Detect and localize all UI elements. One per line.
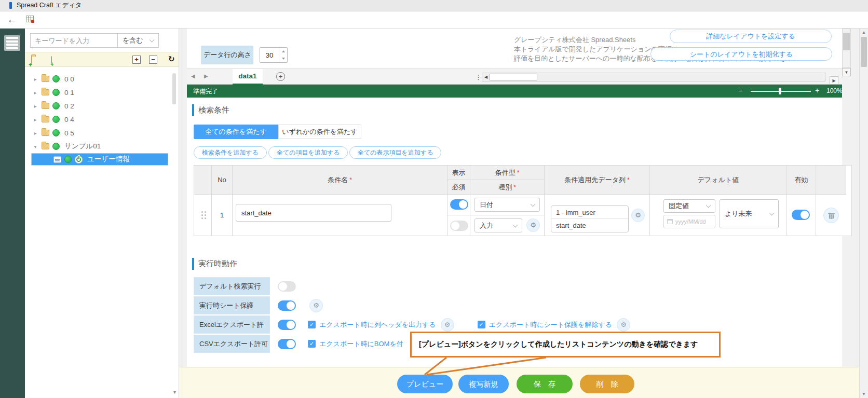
page-scrollbar[interactable]: ▲ ▼ <box>859 29 868 398</box>
match-any-button[interactable]: いずれかの条件を満たす <box>278 125 361 139</box>
excel-header-checkbox[interactable]: ✓ <box>308 321 316 328</box>
delete-button[interactable]: 削 除 <box>580 375 634 393</box>
csv-bom-checkbox[interactable]: ✓ <box>308 340 316 348</box>
excel-export-label: Excelエクスポート許可 <box>194 315 270 334</box>
zoom-in-icon[interactable]: + <box>815 86 819 94</box>
default-range-select[interactable]: より未来 <box>720 199 779 228</box>
menu-icon[interactable] <box>4 35 20 51</box>
status-dot-icon <box>64 156 72 163</box>
scroll-down-icon[interactable]: ▼ <box>860 392 868 396</box>
sheet-protect-gear-icon[interactable]: ⚙ <box>309 299 323 312</box>
folder-icon <box>42 89 49 95</box>
tree-item-selected[interactable]: ユーザー情報 <box>31 153 168 166</box>
folder-icon <box>42 116 49 122</box>
excel-unprotect-gear-icon[interactable]: ⚙ <box>617 318 630 332</box>
hscroll-left-icon[interactable]: ◀ <box>482 75 490 79</box>
sheet-horizontal-scrollbar[interactable]: ◀ <box>482 73 825 81</box>
zoom-slider-thumb[interactable] <box>779 88 781 94</box>
spinner-down-icon[interactable] <box>279 55 287 62</box>
status-dot-icon <box>52 75 60 83</box>
tree-scrollbar[interactable] <box>172 73 176 104</box>
preview-button[interactable]: プレビュー <box>397 375 453 393</box>
sheet-tab-data1[interactable]: data1 <box>233 69 263 85</box>
caret-right-icon[interactable]: ▸ <box>32 130 38 136</box>
editor-content: 検索条件 全ての条件を満たす いずれかの条件を満たす 検索条件を追加する 全ての… <box>187 98 842 367</box>
collapse-all-button[interactable]: − <box>149 56 157 64</box>
spreadsheet-icon[interactable] <box>26 16 34 22</box>
add-all-display-button[interactable]: 全ての表示項目を追加する <box>349 146 441 159</box>
tab-options-icon[interactable]: ⋮ <box>475 73 482 81</box>
keyword-search-input[interactable] <box>30 33 117 48</box>
detailed-layout-button[interactable]: 詳細なレイアウトを設定する <box>670 30 832 43</box>
tab-next-icon[interactable]: ▶ <box>204 73 208 79</box>
init-layout-button[interactable]: シートのレイアウトを初期化する <box>650 47 832 61</box>
folder-icon <box>42 103 49 109</box>
excel-unprotect-checkbox-label[interactable]: エクスポート時にシート保護を解除する <box>489 320 612 330</box>
excel-export-toggle[interactable] <box>278 320 296 330</box>
folder-icon <box>42 143 49 149</box>
drag-handle-icon[interactable] <box>201 211 203 213</box>
hscroll-thumb[interactable] <box>490 74 537 80</box>
csv-export-toggle[interactable] <box>278 339 296 349</box>
tree-toolbar: + + + − ↻ <box>25 52 179 67</box>
refresh-icon[interactable]: ↻ <box>168 54 175 64</box>
enabled-toggle[interactable] <box>792 210 810 220</box>
tree-item[interactable]: ▸ 0 5 <box>25 126 179 140</box>
caret-right-icon[interactable]: ▸ <box>32 90 38 95</box>
spinner-up-icon[interactable] <box>279 48 287 55</box>
sheet-vertical-scroll-thumb[interactable] <box>843 33 850 50</box>
spinner-arrows[interactable] <box>279 48 287 62</box>
tree-item-expanded[interactable]: ▾ サンプル01 <box>25 140 179 153</box>
default-date-input[interactable]: yyyy/MM/dd <box>663 215 715 228</box>
default-cell: 固定値 yyyy/MM/dd より未来 <box>650 195 786 236</box>
tab-prev-icon[interactable]: ◀ <box>191 73 195 79</box>
target-column-picker[interactable]: 1 - imm_user start_date <box>551 205 629 232</box>
back-arrow-icon[interactable]: ← <box>5 13 19 26</box>
tree-scroll-down-icon[interactable]: ▼ <box>172 390 177 395</box>
match-all-button[interactable]: 全ての条件を満たす <box>194 125 278 139</box>
save-button[interactable]: 保 存 <box>517 375 573 393</box>
input-kind-select[interactable]: 入力 <box>474 218 522 232</box>
scroll-up-icon[interactable]: ▲ <box>860 30 868 35</box>
add-folder-icon[interactable]: + <box>31 57 32 64</box>
caret-right-icon[interactable]: ▸ <box>32 76 38 82</box>
required-toggle[interactable] <box>450 221 468 231</box>
row-height-spinner[interactable] <box>260 47 288 63</box>
condition-type-select[interactable]: 日付 <box>474 198 540 212</box>
add-all-items-button[interactable]: 全ての項目を追加する <box>268 146 348 159</box>
sheet-protect-toggle[interactable] <box>278 300 296 311</box>
default-type-select[interactable]: 固定値 <box>663 199 715 213</box>
add-condition-button[interactable]: 検索条件を追加する <box>194 146 267 159</box>
excel-header-gear-icon[interactable]: ⚙ <box>441 318 454 332</box>
condition-name-input[interactable] <box>236 204 391 222</box>
default-search-toggle[interactable] <box>278 281 296 292</box>
excel-unprotect-checkbox[interactable]: ✓ <box>478 321 485 328</box>
caret-right-icon[interactable]: ▸ <box>32 103 38 109</box>
add-content-icon[interactable]: + <box>51 57 52 64</box>
match-type-select[interactable]: を含む <box>117 33 159 48</box>
expand-all-button[interactable]: + <box>132 56 141 64</box>
app-logo-icon <box>9 2 12 9</box>
tree-item[interactable]: ▸ 0 1 <box>25 86 179 99</box>
csv-bom-checkbox-label[interactable]: エクスポート時にBOMを付 <box>319 339 403 349</box>
delete-row-button[interactable] <box>823 208 839 223</box>
kind-settings-gear-icon[interactable]: ⚙ <box>526 218 540 232</box>
tree-item[interactable]: ▸ 0 0 <box>25 72 179 86</box>
no-column-header: No <box>212 166 232 195</box>
drag-cell[interactable] <box>194 195 211 236</box>
target-settings-gear-icon[interactable]: ⚙ <box>631 209 645 222</box>
add-sheet-icon[interactable]: + <box>276 72 285 81</box>
show-toggle[interactable] <box>450 199 468 210</box>
zoom-out-icon[interactable]: − <box>738 87 742 95</box>
caret-right-icon[interactable]: ▸ <box>32 117 38 122</box>
hscroll-right-button[interactable]: ▶ <box>830 76 838 85</box>
sheet-scroll-down-button[interactable]: ▼ <box>842 68 851 76</box>
row-height-input[interactable] <box>260 48 279 62</box>
excel-header-checkbox-label[interactable]: エクスポート時に列ヘッダを出力する <box>319 320 436 330</box>
tree-item[interactable]: ▸ 0 2 <box>25 99 179 113</box>
copy-new-button[interactable]: 複写新規 <box>458 375 509 393</box>
scroll-thumb[interactable] <box>861 37 867 67</box>
tree-item[interactable]: ▸ 0 4 <box>25 113 179 126</box>
caret-down-icon[interactable]: ▾ <box>32 144 38 149</box>
power-icon <box>75 156 83 163</box>
